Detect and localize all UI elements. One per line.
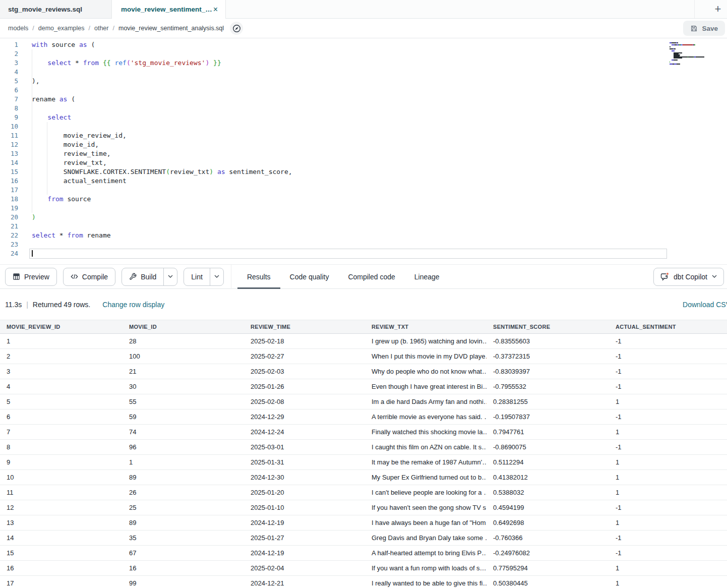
code-token: ), bbox=[32, 77, 40, 85]
preview-button[interactable]: Preview bbox=[5, 268, 57, 286]
compass-icon-button[interactable] bbox=[230, 22, 243, 35]
results-tab-code-quality[interactable]: Code quality bbox=[280, 265, 339, 289]
table-cell: -0.83039397 bbox=[487, 368, 609, 375]
table-cell: 4 bbox=[0, 383, 123, 390]
code-line[interactable]: 21 bbox=[0, 222, 727, 231]
table-cell: 1 bbox=[609, 398, 727, 405]
code-token: from bbox=[83, 59, 99, 67]
code-line[interactable]: 18 from source bbox=[0, 195, 727, 204]
table-cell: 14 bbox=[0, 534, 123, 542]
line-number: 12 bbox=[0, 140, 18, 149]
column-header: REVIEW_TXT bbox=[365, 324, 487, 330]
tabbar-divider bbox=[694, 0, 695, 18]
minimap[interactable] bbox=[670, 42, 716, 67]
table-cell: 0.5388032 bbox=[487, 489, 609, 496]
code-line[interactable]: 24 bbox=[0, 249, 727, 258]
breadcrumb-segment[interactable]: other bbox=[94, 25, 109, 32]
table-row: 8962025-03-01I caught this film on AZN o… bbox=[0, 440, 727, 455]
review-text: I caught this film on AZN on cable. It s… bbox=[372, 443, 487, 451]
results-tab-results[interactable]: Results bbox=[237, 265, 280, 289]
code-token: movie_id, bbox=[64, 141, 99, 148]
review-text: Even though I have great interest in Bi… bbox=[372, 383, 487, 390]
tab-movie-review-sentiment[interactable]: movie_review_sentiment_… × bbox=[112, 0, 226, 19]
code-line[interactable]: 7rename as ( bbox=[0, 95, 727, 104]
review-text: I can't believe people are looking for a… bbox=[372, 489, 487, 496]
code-line[interactable]: 9 select bbox=[0, 113, 727, 122]
code-line[interactable]: 16 actual_sentiment bbox=[0, 177, 727, 186]
table-row: 15672024-12-19A half-hearted attempt to … bbox=[0, 546, 727, 561]
code-line[interactable]: 12 movie_id, bbox=[0, 140, 727, 149]
table-cell: -1 bbox=[609, 549, 727, 557]
lint-button[interactable]: Lint bbox=[184, 268, 210, 285]
table-cell: -1 bbox=[609, 443, 727, 451]
review-text: Finally watched this shocking movie la… bbox=[372, 428, 487, 436]
review-text: Why do people who do not know what… bbox=[372, 368, 487, 375]
code-line[interactable]: 8 bbox=[0, 104, 727, 113]
review-text: A terrible movie as everyone has said. … bbox=[372, 413, 487, 421]
breadcrumb-segment[interactable]: movie_review_sentiment_analysis.sql bbox=[118, 25, 224, 32]
line-number: 16 bbox=[0, 177, 18, 186]
code-line[interactable]: 1with source as ( bbox=[0, 40, 727, 49]
column-header: MOVIE_REVIEW_ID bbox=[0, 324, 123, 330]
table-row: 21002025-02-27When I put this movie in m… bbox=[0, 349, 727, 364]
table-cell: -0.8690075 bbox=[487, 443, 609, 451]
code-line[interactable]: 2 bbox=[0, 49, 727, 58]
table-cell: 5 bbox=[0, 398, 123, 405]
results-toolbar: Preview Compile Build L bbox=[0, 264, 727, 289]
code-line[interactable]: 10 bbox=[0, 122, 727, 131]
table-cell: 0.7947761 bbox=[487, 428, 609, 436]
close-icon[interactable]: × bbox=[212, 6, 219, 14]
compile-button[interactable]: Compile bbox=[63, 268, 115, 286]
save-button[interactable]: Save bbox=[683, 21, 725, 36]
code-line[interactable]: 22select * from rename bbox=[0, 231, 727, 240]
code-line[interactable]: 11 movie_review_id, bbox=[0, 131, 727, 140]
table-cell: 74 bbox=[123, 428, 244, 436]
breadcrumb-segment[interactable]: models bbox=[8, 25, 28, 32]
breadcrumb-segment[interactable]: demo_examples bbox=[38, 25, 85, 32]
change-row-display-link[interactable]: Change row display bbox=[102, 301, 164, 309]
code-line[interactable]: 13 review_time, bbox=[0, 149, 727, 158]
text-cursor bbox=[32, 250, 33, 257]
review-text: Greg Davis and Bryan Daly take some … bbox=[372, 534, 487, 542]
code-token: }} bbox=[213, 59, 221, 67]
table-cell: 0.50380445 bbox=[487, 579, 609, 587]
code-line[interactable]: 19 bbox=[0, 204, 727, 213]
table-cell: 26 bbox=[123, 489, 244, 496]
code-line[interactable]: 14 review_txt, bbox=[0, 158, 727, 167]
line-number: 20 bbox=[0, 213, 18, 222]
results-tab-lineage[interactable]: Lineage bbox=[405, 265, 449, 289]
code-line[interactable]: 15 SNOWFLAKE.CORTEX.SENTIMENT(review_txt… bbox=[0, 167, 727, 177]
download-csv-link[interactable]: Download CSV bbox=[683, 301, 727, 309]
table-row: 7742024-12-24Finally watched this shocki… bbox=[0, 425, 727, 440]
minimap-token bbox=[696, 56, 705, 57]
results-tab-compiled-code[interactable]: Compiled code bbox=[338, 265, 404, 289]
code-line[interactable]: 17 bbox=[0, 186, 727, 195]
code-token: as bbox=[59, 95, 68, 103]
tab-stg-movie-reviews[interactable]: stg_movie_reviews.sql bbox=[0, 0, 112, 18]
code-line[interactable]: 4 bbox=[0, 68, 727, 77]
build-button[interactable]: Build bbox=[122, 268, 163, 285]
table-cell: 59 bbox=[123, 413, 244, 421]
compile-label: Compile bbox=[82, 273, 108, 281]
code-line[interactable]: 23 bbox=[0, 240, 727, 249]
minimap-token bbox=[674, 48, 675, 49]
code-text: from source bbox=[32, 195, 91, 204]
table-cell: Why do people who do not know what… bbox=[365, 368, 487, 375]
sql-editor[interactable]: 1with source as (23 select * from {{ ref… bbox=[0, 38, 727, 264]
line-number: 15 bbox=[0, 167, 18, 177]
dbt-copilot-button[interactable]: dbt Copilot bbox=[653, 268, 724, 286]
code-line[interactable]: 6 bbox=[0, 86, 727, 95]
table-cell: 2025-03-01 bbox=[244, 443, 365, 451]
code-token bbox=[32, 59, 47, 67]
code-line[interactable]: 3 select * from {{ ref('stg_movie_review… bbox=[0, 58, 727, 68]
chevron-down-icon bbox=[712, 275, 717, 278]
code-line[interactable]: 20) bbox=[0, 213, 727, 222]
code-line[interactable]: 5), bbox=[0, 77, 727, 86]
review-text: I have always been a huge fan of "Hom… bbox=[372, 519, 487, 526]
table-cell: -1 bbox=[609, 413, 727, 421]
code-text bbox=[32, 249, 33, 258]
new-tab-button[interactable]: + bbox=[709, 0, 727, 18]
build-dropdown-button[interactable] bbox=[163, 268, 177, 285]
code-token bbox=[99, 59, 103, 67]
lint-dropdown-button[interactable] bbox=[210, 268, 223, 285]
